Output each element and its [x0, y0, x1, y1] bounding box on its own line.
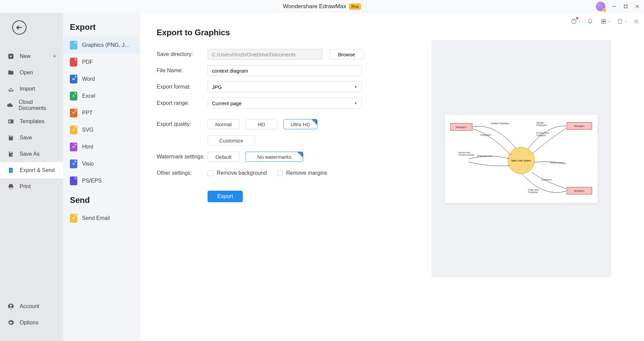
chevron-down-icon: ▼: [354, 85, 357, 89]
sidebar-label: Save As: [20, 151, 40, 157]
checkbox-icon: [277, 170, 283, 176]
quality-normal[interactable]: Normal: [208, 119, 239, 129]
preview-area: Sales Order System Managers Managers Man…: [398, 13, 644, 341]
preview-edge-label: Order Invoice: [550, 162, 564, 164]
export-type-pdf[interactable]: PDF: [63, 54, 140, 71]
chevron-down-icon[interactable]: ▾: [625, 20, 626, 23]
folder-icon: [7, 69, 15, 77]
shirt-icon[interactable]: [616, 18, 624, 25]
preview-edge-label: Update Employee: [536, 121, 551, 126]
browse-button[interactable]: Browse: [330, 49, 364, 59]
sidebar-item-export[interactable]: Export & Send: [0, 162, 63, 178]
svg-point-6: [636, 21, 637, 22]
sidebar-item-account[interactable]: Account: [0, 298, 63, 315]
export-range-select[interactable]: Current page ▼: [208, 98, 362, 109]
chevron-down-icon[interactable]: ▾: [609, 20, 610, 23]
page-title: Export to Graphics: [157, 28, 398, 37]
sidebar-label: Save: [20, 135, 32, 141]
export-type-excel[interactable]: X Excel: [63, 88, 140, 105]
label-export-format: Export format:: [157, 84, 208, 90]
label-save-directory: Save directory:: [157, 51, 208, 57]
export-type-graphics[interactable]: Graphics (PNG, JPG et...: [63, 37, 140, 54]
export-type-label: Html: [82, 144, 133, 150]
quality-ultra-hd[interactable]: Ultra HD: [284, 119, 317, 129]
primary-sidebar: New + Open Import Cloud Documents Templa…: [0, 13, 63, 341]
plus-icon[interactable]: +: [53, 53, 56, 60]
select-value: Current page: [212, 100, 242, 106]
label-other: Other settings:: [157, 170, 208, 176]
back-button[interactable]: [12, 20, 26, 35]
quality-hd[interactable]: HD: [246, 119, 277, 129]
app-title: Wondershare EdrawMax: [283, 3, 346, 10]
label-export-range: Export range:: [157, 100, 208, 106]
remove-background-checkbox[interactable]: Remove background: [208, 170, 267, 176]
svg-rect-12: [9, 120, 11, 123]
sidebar-item-open[interactable]: Open: [0, 64, 63, 81]
sidebar-item-new[interactable]: New +: [0, 48, 63, 64]
gear-icon: [7, 319, 15, 327]
bell-icon[interactable]: [586, 18, 594, 25]
send-heading: Send: [63, 189, 140, 210]
export-format-select[interactable]: JPG ▼: [208, 81, 362, 92]
svg-icon: S: [70, 126, 77, 134]
command-icon[interactable]: [600, 18, 607, 25]
export-type-html[interactable]: H Html: [63, 138, 140, 155]
sidebar-label: Cloud Documents: [19, 99, 56, 111]
send-label: Send Email: [82, 215, 133, 221]
sidebar-item-cloud[interactable]: Cloud Documents: [0, 97, 63, 113]
quality-customize[interactable]: Customize: [208, 135, 255, 146]
save-directory-input[interactable]: [208, 49, 323, 60]
label-export-quality: Export quality:: [157, 121, 208, 127]
save-icon: [7, 134, 15, 142]
sidebar-item-import[interactable]: Import: [0, 81, 63, 97]
preview-edge-label: Order and Orderline: [528, 189, 545, 193]
plus-square-icon: [7, 52, 15, 60]
sidebar-item-print[interactable]: Print: [0, 178, 63, 195]
sidebar-item-save[interactable]: Save: [0, 130, 63, 146]
preview-edge-label: Update Employee: [491, 122, 510, 125]
avatar-icon[interactable]: [596, 2, 605, 11]
sidebar-item-options[interactable]: Options: [0, 315, 63, 331]
preview-edge-label: Employee: [481, 134, 491, 136]
sidebar-item-templates[interactable]: Templates: [0, 113, 63, 130]
file-name-input[interactable]: [208, 65, 362, 76]
svg-rect-13: [10, 135, 12, 137]
sidebar-label: Export & Send: [20, 167, 55, 173]
pseps-icon: [70, 176, 77, 185]
html-icon: H: [70, 143, 77, 151]
user-icon: [7, 302, 15, 310]
export-type-label: Graphics (PNG, JPG et...: [82, 42, 133, 48]
send-email-item[interactable]: ✉ Send Email: [63, 210, 140, 227]
sidebar-label: Open: [20, 70, 33, 76]
export-type-label: SVG: [82, 127, 133, 133]
watermark-default[interactable]: Default: [208, 152, 239, 162]
export-button[interactable]: Export: [208, 191, 243, 202]
preview-edges: [445, 115, 598, 203]
preview-edge-label: Vendor and Product vendor: [458, 151, 477, 156]
svg-rect-11: [8, 119, 14, 124]
mail-icon: ✉: [70, 214, 77, 223]
image-icon: [70, 41, 77, 50]
chevron-down-icon: ▼: [354, 101, 357, 105]
export-type-ppt[interactable]: P PPT: [63, 105, 140, 121]
ppt-icon: P: [70, 109, 77, 117]
watermark-none[interactable]: No watermarks: [246, 152, 303, 162]
checkbox-label: Remove background: [217, 170, 267, 176]
close-icon[interactable]: [635, 4, 640, 9]
minimize-icon[interactable]: [611, 4, 617, 9]
sidebar-item-saveas[interactable]: Save As: [0, 146, 63, 162]
export-type-word[interactable]: W Word: [63, 71, 140, 88]
sidebar-label: New: [20, 53, 31, 59]
help-icon[interactable]: [570, 18, 578, 25]
maximize-icon[interactable]: [623, 4, 628, 9]
chevron-down-icon[interactable]: ▾: [579, 20, 580, 23]
sidebar-label: Options: [20, 320, 38, 326]
gear-icon[interactable]: [632, 18, 640, 25]
export-type-svg[interactable]: S SVG: [63, 121, 140, 138]
export-type-pseps[interactable]: PS/EPS: [63, 172, 140, 189]
export-type-visio[interactable]: V Visio: [63, 155, 140, 172]
remove-margins-checkbox[interactable]: Remove margins: [277, 170, 327, 176]
svg-point-5: [574, 22, 574, 23]
export-type-label: Visio: [82, 161, 133, 167]
header-toolbar: ▾ ▾ ▾: [570, 18, 640, 25]
